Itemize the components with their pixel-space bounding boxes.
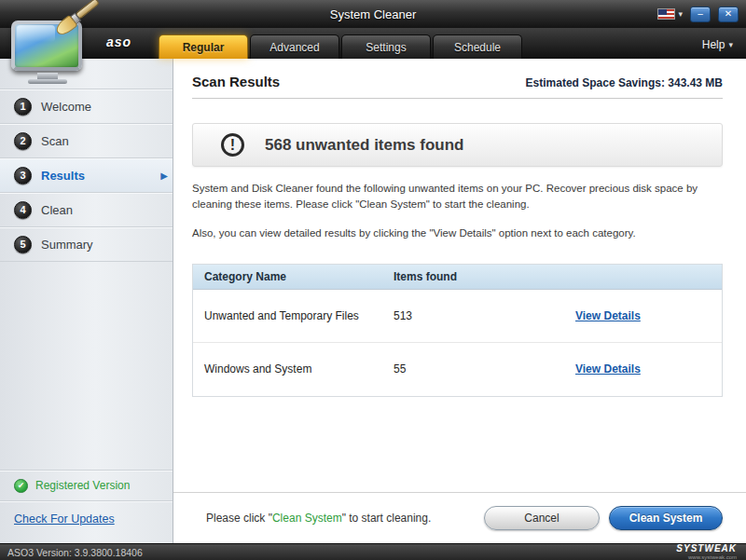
close-button[interactable]: ✕ [718, 7, 739, 22]
clean-system-button[interactable]: Clean System [609, 506, 723, 530]
systweak-logo: SYSTWEAK www.systweak.com [676, 544, 737, 560]
category-name: Unwanted and Temporary Files [193, 309, 394, 322]
page-title: Scan Results [192, 74, 280, 89]
step-number: 5 [14, 236, 32, 253]
step-number: 2 [14, 132, 32, 150]
details-hint-paragraph: Also, you can view detailed results by c… [192, 225, 723, 241]
help-label: Help [702, 38, 725, 51]
view-details-link[interactable]: View Details [575, 362, 641, 376]
clean-hint: Please click "Clean System" to start cle… [206, 512, 431, 525]
hint-prefix: Please click " [206, 512, 272, 525]
tab-settings[interactable]: Settings [341, 34, 431, 59]
items-found-text: 568 unwanted items found [265, 136, 463, 155]
titlebar: System Cleaner ▾ – ✕ [0, 0, 746, 28]
items-count: 513 [394, 309, 575, 322]
tab-regular[interactable]: Regular [159, 34, 248, 59]
registered-version: ✔ Registered Version [0, 470, 173, 500]
sidebar-bottom: ✔ Registered Version Check For Updates [0, 470, 173, 543]
table-row: Unwanted and Temporary Files 513 View De… [193, 290, 722, 343]
step-number: 3 [14, 167, 32, 184]
tab-advanced[interactable]: Advanced [250, 34, 339, 59]
footer-buttons: Cancel Clean System [484, 506, 723, 530]
caret-down-icon: ▾ [728, 41, 733, 49]
language-selector[interactable]: ▾ [657, 8, 683, 20]
brand-subtext: www.systweak.com [688, 554, 737, 560]
sidebar-step-summary[interactable]: 5 Summary [0, 227, 173, 262]
results-banner: ! 568 unwanted items found [192, 123, 723, 167]
status-bar: ASO3 Version: 3.9.3800.18406 SYSTWEAK ww… [0, 543, 746, 560]
link-cell: View Details [575, 309, 722, 322]
sidebar-step-results[interactable]: 3 Results ▶ [0, 158, 173, 193]
aso-logo-text: aso [106, 34, 131, 49]
main-scroll-area: Scan Results Estimated Space Savings: 34… [173, 59, 746, 492]
step-label: Summary [41, 238, 93, 252]
table-header-row: Category Name Items found [193, 265, 722, 290]
column-header-category: Category Name [193, 270, 394, 283]
help-menu[interactable]: Help ▾ [702, 38, 733, 51]
close-icon: ✕ [725, 9, 732, 19]
tab-label: Schedule [454, 41, 501, 54]
table-row: Windows and System 55 View Details [193, 343, 722, 396]
description-paragraph: System and Disk Cleaner found the follow… [192, 181, 723, 213]
brand-text: SYSTWEAK [676, 544, 737, 553]
space-savings-label: Estimated Space Savings: 343.43 MB [526, 76, 723, 89]
updates-row: Check For Updates [0, 500, 173, 536]
main-content: Scan Results Estimated Space Savings: 34… [173, 59, 746, 543]
action-bar: Please click "Clean System" to start cle… [173, 492, 746, 543]
version-text: ASO3 Version: 3.9.3800.18406 [7, 547, 143, 558]
caret-down-icon: ▾ [678, 10, 683, 19]
hint-highlight: Clean System [272, 512, 342, 525]
hint-suffix: " to start cleaning. [342, 512, 432, 525]
step-number: 1 [14, 98, 32, 116]
tab-label: Settings [366, 41, 406, 54]
app-logo [6, 4, 103, 84]
us-flag-icon [657, 8, 675, 20]
results-table: Category Name Items found Unwanted and T… [192, 264, 723, 397]
sidebar: 1 Welcome 2 Scan 3 Results ▶ 4 Clean 5 [0, 59, 173, 543]
tabs: Regular Advanced Settings Schedule [159, 34, 522, 59]
main-header: Scan Results Estimated Space Savings: 34… [192, 59, 723, 99]
step-label: Results [41, 169, 85, 183]
cancel-button[interactable]: Cancel [484, 506, 600, 530]
tab-schedule[interactable]: Schedule [433, 34, 522, 59]
titlebar-controls: ▾ – ✕ [657, 0, 739, 28]
minimize-button[interactable]: – [690, 7, 711, 22]
sidebar-step-welcome[interactable]: 1 Welcome [0, 89, 173, 124]
window-body: 1 Welcome 2 Scan 3 Results ▶ 4 Clean 5 [0, 59, 746, 543]
check-for-updates-link[interactable]: Check For Updates [14, 512, 115, 526]
wizard-steps: 1 Welcome 2 Scan 3 Results ▶ 4 Clean 5 [0, 89, 173, 262]
category-name: Windows and System [193, 362, 394, 376]
tab-label: Regular [183, 41, 225, 54]
view-details-link[interactable]: View Details [575, 309, 641, 322]
tab-label: Advanced [269, 41, 319, 54]
step-label: Welcome [41, 100, 91, 114]
monitor-stand [37, 73, 58, 79]
registered-label: Registered Version [35, 479, 130, 492]
sidebar-step-clean[interactable]: 4 Clean [0, 193, 173, 227]
check-icon: ✔ [14, 479, 28, 493]
step-number: 4 [14, 201, 32, 219]
window-title: System Cleaner [330, 7, 416, 21]
step-label: Clean [41, 203, 73, 217]
sidebar-step-scan[interactable]: 2 Scan [0, 124, 173, 158]
minimize-icon: – [698, 9, 703, 19]
system-cleaner-window: System Cleaner ▾ – ✕ Regular Advanced Se… [0, 0, 746, 560]
arrow-right-icon: ▶ [160, 171, 168, 181]
exclamation-icon: ! [221, 133, 244, 157]
column-header-items: Items found [394, 270, 575, 283]
items-count: 55 [394, 362, 575, 376]
link-cell: View Details [575, 362, 722, 376]
step-label: Scan [41, 134, 69, 148]
